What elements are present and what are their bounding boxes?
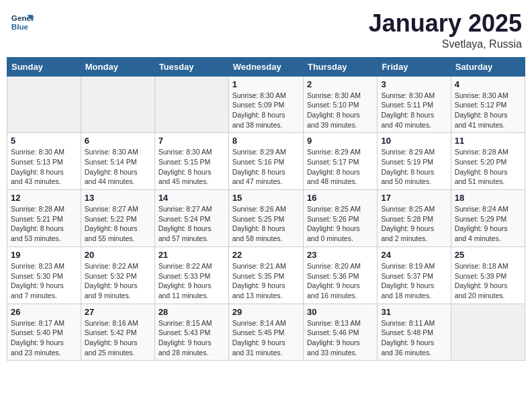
day-number: 7 — [159, 136, 225, 146]
calendar-cell: 21Sunrise: 8:22 AM Sunset: 5:33 PM Dayli… — [154, 246, 228, 304]
header: General Blue January 2025 Svetlaya, Russ… — [7, 7, 525, 50]
calendar-cell: 23Sunrise: 8:20 AM Sunset: 5:36 PM Dayli… — [303, 246, 377, 304]
calendar-cell: 29Sunrise: 8:14 AM Sunset: 5:45 PM Dayli… — [228, 304, 303, 361]
day-info: Sunrise: 8:30 AM Sunset: 5:15 PM Dayligh… — [159, 147, 225, 187]
calendar-cell: 13Sunrise: 8:27 AM Sunset: 5:22 PM Dayli… — [81, 190, 154, 247]
day-number: 15 — [232, 193, 300, 203]
calendar-cell: 30Sunrise: 8:13 AM Sunset: 5:46 PM Dayli… — [303, 304, 377, 361]
calendar-cell: 10Sunrise: 8:29 AM Sunset: 5:19 PM Dayli… — [378, 133, 451, 190]
day-info: Sunrise: 8:29 AM Sunset: 5:17 PM Dayligh… — [307, 147, 373, 187]
day-number: 19 — [11, 250, 77, 260]
day-number: 22 — [232, 250, 300, 260]
day-info: Sunrise: 8:30 AM Sunset: 5:09 PM Dayligh… — [232, 91, 300, 130]
day-info: Sunrise: 8:20 AM Sunset: 5:36 PM Dayligh… — [307, 261, 373, 301]
weekday-header-saturday: Saturday — [451, 57, 525, 76]
calendar-cell — [7, 76, 81, 133]
day-info: Sunrise: 8:30 AM Sunset: 5:10 PM Dayligh… — [307, 91, 373, 130]
day-info: Sunrise: 8:30 AM Sunset: 5:13 PM Dayligh… — [11, 147, 77, 187]
calendar-cell: 27Sunrise: 8:16 AM Sunset: 5:42 PM Dayli… — [81, 304, 154, 361]
calendar-cell: 19Sunrise: 8:23 AM Sunset: 5:30 PM Dayli… — [7, 246, 81, 304]
calendar-cell — [154, 76, 228, 133]
day-info: Sunrise: 8:27 AM Sunset: 5:22 PM Dayligh… — [85, 204, 151, 244]
day-number: 2 — [307, 79, 373, 89]
day-number: 3 — [381, 79, 447, 89]
svg-text:Blue: Blue — [11, 22, 29, 31]
day-number: 28 — [159, 307, 225, 317]
day-info: Sunrise: 8:17 AM Sunset: 5:40 PM Dayligh… — [11, 318, 77, 358]
calendar-cell: 5Sunrise: 8:30 AM Sunset: 5:13 PM Daylig… — [7, 133, 81, 190]
calendar-cell: 4Sunrise: 8:30 AM Sunset: 5:12 PM Daylig… — [451, 76, 525, 133]
day-number: 26 — [11, 307, 77, 317]
calendar-cell: 25Sunrise: 8:18 AM Sunset: 5:39 PM Dayli… — [451, 246, 525, 304]
day-info: Sunrise: 8:30 AM Sunset: 5:14 PM Dayligh… — [85, 147, 151, 187]
calendar-cell: 6Sunrise: 8:30 AM Sunset: 5:14 PM Daylig… — [81, 133, 154, 190]
day-number: 13 — [85, 193, 151, 203]
month-title: January 2025 — [369, 10, 522, 37]
calendar-cell: 8Sunrise: 8:29 AM Sunset: 5:16 PM Daylig… — [228, 133, 303, 190]
calendar-cell: 31Sunrise: 8:11 AM Sunset: 5:48 PM Dayli… — [378, 304, 451, 361]
day-number: 11 — [455, 136, 521, 146]
title-area: January 2025 Svetlaya, Russia — [369, 10, 522, 50]
week-row-3: 12Sunrise: 8:28 AM Sunset: 5:21 PM Dayli… — [7, 190, 525, 247]
day-info: Sunrise: 8:27 AM Sunset: 5:24 PM Dayligh… — [159, 204, 225, 244]
weekday-header-row: SundayMondayTuesdayWednesdayThursdayFrid… — [7, 57, 525, 76]
logo: General Blue — [10, 10, 34, 34]
calendar-cell: 1Sunrise: 8:30 AM Sunset: 5:09 PM Daylig… — [228, 76, 303, 133]
day-number: 31 — [381, 307, 447, 317]
weekday-header-thursday: Thursday — [303, 57, 377, 76]
day-info: Sunrise: 8:28 AM Sunset: 5:21 PM Dayligh… — [11, 204, 77, 244]
week-row-2: 5Sunrise: 8:30 AM Sunset: 5:13 PM Daylig… — [7, 133, 525, 190]
calendar-cell: 11Sunrise: 8:28 AM Sunset: 5:20 PM Dayli… — [451, 133, 525, 190]
calendar-cell: 15Sunrise: 8:26 AM Sunset: 5:25 PM Dayli… — [228, 190, 303, 247]
day-number: 25 — [455, 250, 521, 260]
day-info: Sunrise: 8:28 AM Sunset: 5:20 PM Dayligh… — [455, 147, 521, 187]
day-number: 29 — [232, 307, 300, 317]
day-number: 20 — [85, 250, 151, 260]
day-number: 4 — [455, 79, 521, 89]
day-info: Sunrise: 8:22 AM Sunset: 5:33 PM Dayligh… — [159, 261, 225, 301]
calendar-cell — [81, 76, 154, 133]
calendar-cell: 9Sunrise: 8:29 AM Sunset: 5:17 PM Daylig… — [303, 133, 377, 190]
day-info: Sunrise: 8:19 AM Sunset: 5:37 PM Dayligh… — [381, 261, 447, 301]
day-info: Sunrise: 8:30 AM Sunset: 5:11 PM Dayligh… — [381, 91, 447, 130]
day-number: 16 — [307, 193, 373, 203]
day-info: Sunrise: 8:25 AM Sunset: 5:28 PM Dayligh… — [381, 204, 447, 244]
day-info: Sunrise: 8:14 AM Sunset: 5:45 PM Dayligh… — [232, 318, 300, 358]
calendar-cell: 7Sunrise: 8:30 AM Sunset: 5:15 PM Daylig… — [154, 133, 228, 190]
calendar-cell: 16Sunrise: 8:25 AM Sunset: 5:26 PM Dayli… — [303, 190, 377, 247]
day-number: 12 — [11, 193, 77, 203]
day-number: 18 — [455, 193, 521, 203]
weekday-header-wednesday: Wednesday — [228, 57, 303, 76]
day-number: 21 — [159, 250, 225, 260]
day-number: 30 — [307, 307, 373, 317]
day-number: 27 — [85, 307, 151, 317]
weekday-header-friday: Friday — [378, 57, 451, 76]
calendar-cell: 17Sunrise: 8:25 AM Sunset: 5:28 PM Dayli… — [378, 190, 451, 247]
day-info: Sunrise: 8:15 AM Sunset: 5:43 PM Dayligh… — [159, 318, 225, 358]
day-number: 5 — [11, 136, 77, 146]
day-number: 8 — [232, 136, 300, 146]
calendar-cell: 12Sunrise: 8:28 AM Sunset: 5:21 PM Dayli… — [7, 190, 81, 247]
day-info: Sunrise: 8:24 AM Sunset: 5:29 PM Dayligh… — [455, 204, 521, 244]
calendar-cell: 22Sunrise: 8:21 AM Sunset: 5:35 PM Dayli… — [228, 246, 303, 304]
calendar-table: SundayMondayTuesdayWednesdayThursdayFrid… — [7, 57, 525, 361]
calendar-cell: 20Sunrise: 8:22 AM Sunset: 5:32 PM Dayli… — [81, 246, 154, 304]
location-subtitle: Svetlaya, Russia — [369, 38, 522, 50]
day-info: Sunrise: 8:26 AM Sunset: 5:25 PM Dayligh… — [232, 204, 300, 244]
weekday-header-monday: Monday — [81, 57, 154, 76]
day-info: Sunrise: 8:21 AM Sunset: 5:35 PM Dayligh… — [232, 261, 300, 301]
day-number: 6 — [85, 136, 151, 146]
calendar-cell: 14Sunrise: 8:27 AM Sunset: 5:24 PM Dayli… — [154, 190, 228, 247]
day-info: Sunrise: 8:13 AM Sunset: 5:46 PM Dayligh… — [307, 318, 373, 358]
day-info: Sunrise: 8:18 AM Sunset: 5:39 PM Dayligh… — [455, 261, 521, 301]
day-info: Sunrise: 8:11 AM Sunset: 5:48 PM Dayligh… — [381, 318, 447, 358]
calendar-cell: 26Sunrise: 8:17 AM Sunset: 5:40 PM Dayli… — [7, 304, 81, 361]
day-number: 10 — [381, 136, 447, 146]
day-info: Sunrise: 8:29 AM Sunset: 5:19 PM Dayligh… — [381, 147, 447, 187]
calendar-cell: 28Sunrise: 8:15 AM Sunset: 5:43 PM Dayli… — [154, 304, 228, 361]
calendar-cell: 2Sunrise: 8:30 AM Sunset: 5:10 PM Daylig… — [303, 76, 377, 133]
day-info: Sunrise: 8:16 AM Sunset: 5:42 PM Dayligh… — [85, 318, 151, 358]
week-row-4: 19Sunrise: 8:23 AM Sunset: 5:30 PM Dayli… — [7, 246, 525, 304]
day-info: Sunrise: 8:22 AM Sunset: 5:32 PM Dayligh… — [85, 261, 151, 301]
logo-icon: General Blue — [10, 10, 34, 34]
